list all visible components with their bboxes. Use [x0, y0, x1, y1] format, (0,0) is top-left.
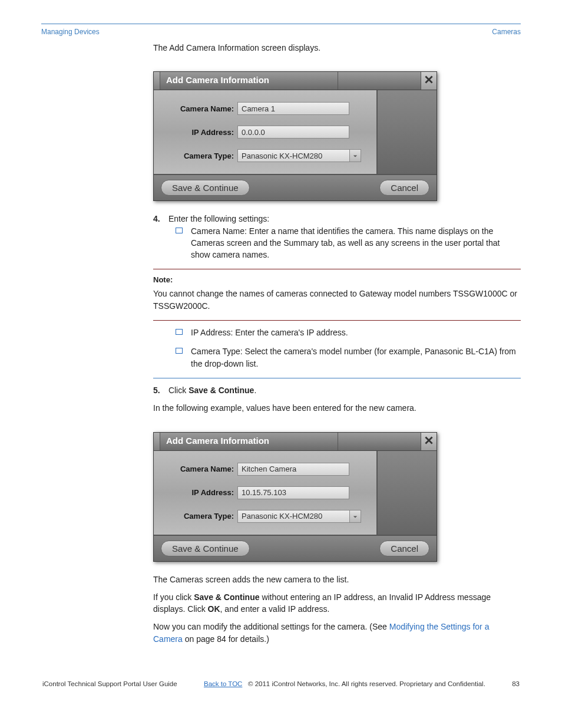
close-button[interactable]: [421, 433, 437, 450]
dialog-title: Add Camera Information: [160, 72, 338, 90]
back-to-toc-link[interactable]: Back to TOC: [204, 680, 242, 687]
title-bar-grip: [154, 433, 160, 450]
save-continue-button[interactable]: Save & Continue: [161, 180, 250, 196]
camera-type-value[interactable]: [237, 149, 349, 162]
ip-address-label: IP Address:: [163, 488, 237, 497]
title-bar-spacer: [338, 72, 421, 90]
camera-type-value[interactable]: [237, 510, 349, 523]
note-text: You cannot change the names of cameras c…: [153, 288, 521, 312]
after-p1: The Cameras screen adds the new camera t…: [153, 574, 521, 585]
step3-intro: The Add Camera Information screen displa…: [153, 42, 521, 54]
camera-type-label: Camera Type:: [163, 512, 237, 521]
camera-type-label: Camera Type:: [163, 151, 237, 160]
footer-center: Back to TOC © 2011 iControl Networks, In…: [204, 680, 485, 687]
camera-type-select[interactable]: [237, 510, 361, 523]
step5-intro: In the following example, values have be…: [153, 402, 521, 414]
step5-number: 5.: [153, 384, 166, 396]
note-block: Note: You cannot change the names of cam…: [153, 275, 521, 312]
close-button[interactable]: [421, 72, 437, 90]
cancel-button[interactable]: Cancel: [379, 541, 429, 556]
dropdown-arrow[interactable]: [349, 510, 361, 523]
cancel-button[interactable]: Cancel: [379, 180, 429, 196]
camera-name-input[interactable]: [237, 463, 349, 476]
settings-list-a: Camera Name: Enter a name that identifie…: [176, 225, 521, 261]
add-camera-dialog-1: Add Camera Information Camera Name: IP A…: [153, 71, 437, 201]
save-continue-button[interactable]: Save & Continue: [161, 541, 250, 556]
ip-address-input[interactable]: [237, 126, 349, 139]
dialog-side-panel: [378, 451, 437, 535]
after-p3: Now you can modify the additional settin…: [153, 621, 521, 645]
close-icon: [425, 436, 433, 447]
ip-address-label: IP Address:: [163, 128, 237, 137]
settings-item-ip: IP Address: Enter the camera's IP addres…: [176, 327, 521, 338]
page-header: Managing Devices Cameras: [41, 28, 521, 36]
step5-line: 5. Click Save & Continue.: [153, 384, 521, 396]
after-p2: If you click Save & Continue without ent…: [153, 591, 521, 615]
camera-type-select[interactable]: [237, 149, 361, 162]
add-camera-dialog-2: Add Camera Information Camera Name: IP A…: [153, 432, 437, 562]
settings-item-name: Camera Name: Enter a name that identifie…: [176, 225, 521, 261]
camera-name-label: Camera Name:: [163, 104, 237, 113]
note-rule-top: [153, 269, 521, 269]
footer-page-number: 83: [512, 680, 520, 687]
note-label: Note:: [153, 275, 521, 284]
dialog-title: Add Camera Information: [160, 433, 338, 450]
step5-bold: Save & Continue: [189, 386, 254, 395]
settings-item-type: Camera Type: Select the camera's model n…: [176, 345, 521, 370]
step4-number: 4.: [153, 213, 166, 225]
dropdown-arrow[interactable]: [349, 149, 361, 162]
note-rule-bottom: [153, 320, 521, 321]
ip-address-input[interactable]: [237, 486, 349, 499]
breadcrumb-right: Cameras: [492, 28, 521, 36]
dialog-side-panel: [378, 90, 437, 174]
chevron-down-icon: [353, 511, 358, 522]
chevron-down-icon: [353, 150, 358, 161]
step4-line: 4. Enter the following settings:: [153, 213, 521, 225]
page-footer: iControl Technical Support Portal User G…: [41, 680, 521, 687]
step4-text: Enter the following settings:: [168, 214, 269, 223]
footer-left: iControl Technical Support Portal User G…: [42, 680, 177, 687]
title-bar-grip: [154, 72, 160, 90]
close-icon: [425, 75, 433, 86]
breadcrumb-left: Managing Devices: [41, 28, 100, 36]
section-rule: [153, 378, 521, 378]
camera-name-label: Camera Name:: [163, 465, 237, 473]
camera-name-input[interactable]: [237, 102, 349, 115]
title-bar-spacer: [338, 433, 421, 450]
settings-list-b: IP Address: Enter the camera's IP addres…: [176, 327, 521, 370]
